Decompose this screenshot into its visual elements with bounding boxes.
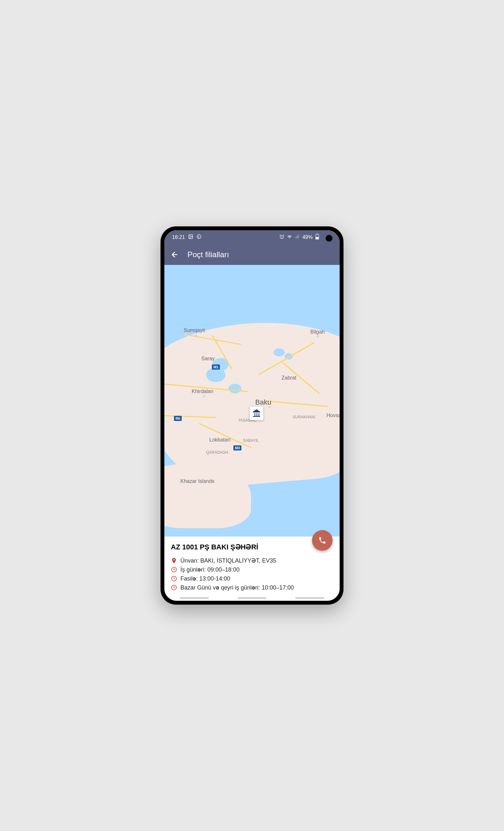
- location-icon: [171, 557, 177, 564]
- clock-icon: [171, 575, 177, 582]
- phone-screen: 16:21 49%: [165, 230, 339, 601]
- phone-frame: 16:21 49%: [160, 226, 344, 605]
- svg-point-2: [197, 235, 201, 238]
- svg-point-1: [190, 236, 190, 236]
- map-label-sumqayit: Sumqayit: [184, 327, 205, 333]
- sunday-row: Bazar Günü və qeyri iş günləri: 10:00–17…: [171, 584, 333, 591]
- nav-home[interactable]: [238, 597, 266, 599]
- whatsapp-icon: [197, 234, 202, 240]
- nav-back[interactable]: [295, 597, 324, 599]
- city-dot: [269, 406, 271, 408]
- app-bar: Poçt filialları: [165, 245, 339, 265]
- map-label-hovsa: Hovsa: [326, 412, 339, 419]
- map-label-saray: Saray: [201, 356, 215, 362]
- break-row: Fasilə: 13:00-14:00: [171, 575, 333, 582]
- back-button[interactable]: [170, 250, 180, 260]
- break-text: Fasilə: 13:00-14:00: [180, 575, 230, 582]
- sunday-text: Bazar Günü və qeyri iş günləri: 10:00–17…: [180, 584, 294, 591]
- road-badge-m1: M1: [212, 365, 220, 370]
- map-label-sabayil: SABAYIL: [243, 438, 259, 443]
- wifi-icon: [287, 234, 292, 240]
- city-dot: [317, 336, 319, 338]
- road-badge-m3: M3: [233, 446, 241, 451]
- city-dot: [203, 395, 205, 397]
- clock-icon: [171, 566, 177, 573]
- map-label-bilgah: Bilgah: [310, 329, 325, 335]
- road-badge-r6: R6: [174, 416, 182, 421]
- svg-rect-6: [297, 235, 298, 238]
- signal-icon: [295, 234, 300, 240]
- svg-rect-5: [296, 236, 297, 238]
- status-bar: 16:21 49%: [165, 230, 339, 245]
- call-button[interactable]: [312, 530, 333, 551]
- svg-rect-7: [298, 234, 299, 238]
- battery-percent: 49%: [302, 234, 313, 240]
- map-label-lokbatan: Lokbatan: [209, 437, 231, 443]
- map[interactable]: Sumqayit Bilgah Saray Zabrat Khirdalan B…: [165, 265, 339, 537]
- nav-recent[interactable]: [180, 597, 209, 599]
- map-label-zabrat: Zabrat: [281, 375, 296, 381]
- branch-marker[interactable]: [249, 406, 264, 420]
- image-icon: [188, 234, 193, 240]
- address-text: Ünvan: BAKI, İSTİQLALİYYƏT, EV35: [180, 557, 276, 564]
- camera-cutout: [326, 235, 333, 242]
- alarm-icon: [279, 234, 285, 240]
- map-label-qaradagh: QARADAGH: [206, 450, 228, 455]
- android-nav-bar: [180, 597, 324, 599]
- branch-title: AZ 1001 PŞ BAKI ŞƏHƏRİ: [171, 543, 333, 551]
- map-label-surakhani: SURAKHANI: [293, 415, 315, 419]
- workdays-row: İş günləri: 09:00–18:00: [171, 566, 333, 573]
- svg-rect-4: [295, 237, 296, 238]
- workdays-text: İş günləri: 09:00–18:00: [180, 566, 239, 573]
- svg-rect-9: [317, 234, 318, 234]
- map-label-khirdalan: Khirdalan: [191, 389, 213, 394]
- city-dot: [195, 335, 197, 337]
- branch-info-card: AZ 1001 PŞ BAKI ŞƏHƏRİ Ünvan: BAKI, İSTİ…: [165, 537, 339, 601]
- clock-icon: [171, 584, 177, 591]
- svg-rect-10: [316, 237, 319, 239]
- map-label-baku: Baku: [255, 398, 271, 406]
- address-row: Ünvan: BAKI, İSTİQLALİYYƏT, EV35: [171, 557, 333, 564]
- map-label-khazar: Khazar Islands: [180, 479, 214, 484]
- page-title: Poçt filialları: [187, 250, 229, 259]
- status-time: 16:21: [172, 234, 185, 240]
- battery-icon: [315, 234, 319, 241]
